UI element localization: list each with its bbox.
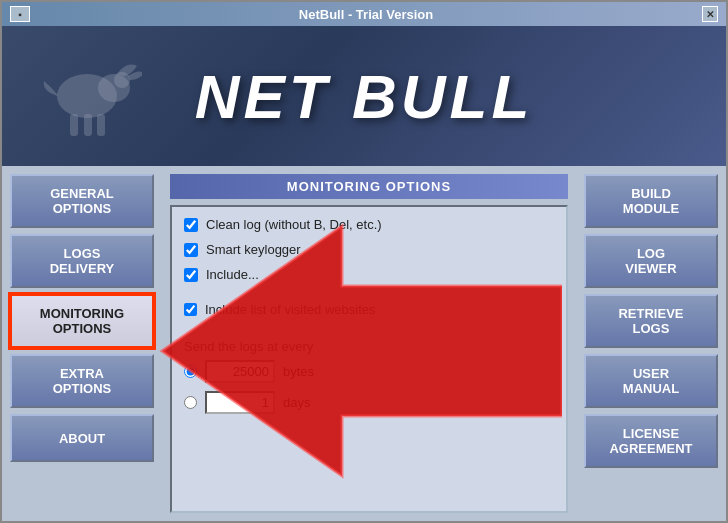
include-option-checkbox[interactable] (184, 268, 198, 282)
main-content: GENERAL OPTIONS LOGS DELIVERY MONITORING… (2, 166, 726, 521)
bytes-radio[interactable] (184, 365, 197, 378)
title-bar: ▪ NetBull - Trial Version ✕ (2, 2, 726, 26)
include-option-row: Include... (184, 267, 554, 282)
bytes-row: bytes (184, 360, 554, 383)
system-menu-icon[interactable]: ▪ (10, 6, 30, 22)
window-title: NetBull - Trial Version (30, 7, 702, 22)
clean-log-checkbox[interactable] (184, 218, 198, 232)
retrieve-logs-button[interactable]: RETRIEVE LOGS (584, 294, 718, 348)
clean-log-label: Clean log (without B, Del, etc.) (206, 217, 382, 232)
left-sidebar: GENERAL OPTIONS LOGS DELIVERY MONITORING… (2, 166, 162, 521)
bytes-unit: bytes (283, 364, 314, 379)
panel-title: MONITORING OPTIONS (170, 174, 568, 199)
main-window: ▪ NetBull - Trial Version ✕ NET (0, 0, 728, 523)
license-agreement-button[interactable]: LICENSE AGREEMENT (584, 414, 718, 468)
days-row: days (184, 391, 554, 414)
app-header: NET BULL (2, 26, 726, 166)
monitoring-options-button[interactable]: MONITORING OPTIONS (10, 294, 154, 348)
center-panel: MONITORING OPTIONS Clean log (without B,… (162, 166, 576, 521)
general-options-button[interactable]: GENERAL OPTIONS (10, 174, 154, 228)
include-option-label: Include... (206, 267, 259, 282)
options-box: Clean log (without B, Del, etc.) Smart k… (170, 205, 568, 513)
days-unit: days (283, 395, 310, 410)
svg-rect-3 (70, 114, 78, 136)
websites-row: Include list of visited websites (184, 302, 554, 317)
websites-label: Include list of visited websites (205, 302, 376, 317)
clean-log-row: Clean log (without B, Del, etc.) (184, 217, 554, 232)
days-input[interactable] (205, 391, 275, 414)
send-label: Send the logs at every (184, 339, 554, 354)
build-module-button[interactable]: BUILD MODULE (584, 174, 718, 228)
smart-keylogger-label: Smart keylogger (206, 242, 301, 257)
smart-keylogger-row: Smart keylogger (184, 242, 554, 257)
user-manual-button[interactable]: USER MANUAL (584, 354, 718, 408)
svg-rect-4 (84, 114, 92, 136)
websites-checkbox[interactable] (184, 303, 197, 316)
close-button[interactable]: ✕ (702, 6, 718, 22)
app-title: NET BULL (195, 61, 534, 132)
logs-delivery-button[interactable]: LOGS DELIVERY (10, 234, 154, 288)
days-radio[interactable] (184, 396, 197, 409)
svg-rect-5 (97, 114, 105, 136)
right-sidebar: BUILD MODULE LOG VIEWER RETRIEVE LOGS US… (576, 166, 726, 521)
bull-logo (32, 36, 142, 150)
smart-keylogger-checkbox[interactable] (184, 243, 198, 257)
extra-options-button[interactable]: EXTRA OPTIONS (10, 354, 154, 408)
log-viewer-button[interactable]: LOG VIEWER (584, 234, 718, 288)
bytes-input[interactable] (205, 360, 275, 383)
about-button[interactable]: ABOUT (10, 414, 154, 462)
